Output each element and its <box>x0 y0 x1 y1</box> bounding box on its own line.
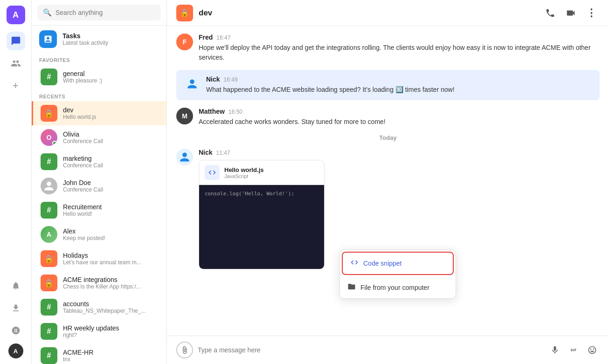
favorites-label: FAVORITES <box>32 53 166 65</box>
attach-button[interactable] <box>176 342 193 358</box>
holidays-name: Holidays <box>63 252 141 259</box>
code-preview: console.log('Hello, World!'); <box>205 191 294 197</box>
olivia-online-dot <box>52 141 57 145</box>
user-small-avatar[interactable]: A <box>8 343 23 358</box>
tasks-icon <box>39 30 57 48</box>
sidebar-item-dev[interactable]: 🔒 dev Hello world.js <box>32 101 166 125</box>
add-icon-btn[interactable]: + <box>7 76 25 95</box>
nick-time-2: 11:47 <box>216 150 230 156</box>
johndoe-name: John Doe <box>63 179 103 186</box>
download-icon-btn[interactable] <box>7 299 25 317</box>
acme-icon: 🔒 <box>41 275 57 291</box>
sports-icon-btn[interactable] <box>7 321 25 340</box>
recruitement-preview: Hello world! <box>63 211 102 217</box>
main-channel-icon: 🔒 <box>176 5 193 21</box>
sidebar-item-acmehr[interactable]: # ACME-HR tnx <box>32 343 166 364</box>
chat-icon-btn[interactable] <box>7 32 25 50</box>
recruitement-icon: # <box>41 202 57 219</box>
sidebar-item-hrweekly[interactable]: # HR weekly updates right? <box>32 319 166 343</box>
general-item-text: general With pleasure :) <box>63 70 102 84</box>
dev-name: dev <box>63 106 96 114</box>
code-snippet-label: Code snippet <box>363 260 402 267</box>
search-input[interactable] <box>55 9 155 16</box>
phone-button[interactable] <box>542 5 559 21</box>
file-icon <box>205 165 220 180</box>
popup-item-file-from-computer[interactable]: File from your computer <box>340 277 456 298</box>
sidebar-item-johndoe[interactable]: John Doe Conference Call <box>32 174 166 198</box>
message-group-matthew: M Matthew 16:50 Accelerated cache works … <box>176 108 600 127</box>
file-type: JavaScript <box>224 173 264 179</box>
message-group-nick1: Nick 16:49 What happened to the ACME web… <box>176 70 600 100</box>
acme-preview: Chess Is the Killer App https:/... <box>63 283 141 290</box>
alex-avatar: A <box>41 226 57 243</box>
sidebar-content: Tasks Latest task activity FAVORITES # g… <box>32 26 166 364</box>
tasks-text: Tasks Latest task activity <box>62 32 108 46</box>
nick-avatar-2 <box>176 149 193 165</box>
dev-icon: 🔒 <box>41 105 57 122</box>
message-group-fred: F Fred 16:47 Hope we'll deploy the API t… <box>176 34 600 62</box>
gif-button[interactable] <box>566 343 581 357</box>
file-card-header: Hello world.js JavaScript <box>199 160 324 185</box>
general-channel-icon: # <box>41 69 57 85</box>
nick-avatar-1 <box>184 76 201 92</box>
fred-msg-header: Fred 16:47 <box>199 34 600 41</box>
nick-msg-text-1: What happened to the ACME website loadin… <box>206 85 592 95</box>
tasks-subtitle: Latest task activity <box>62 40 108 46</box>
popup-item-code-snippet[interactable]: Code snippet <box>342 252 454 275</box>
marketing-icon: # <box>41 153 57 170</box>
fred-msg-body: Fred 16:47 Hope we'll deploy the API tod… <box>199 34 600 62</box>
dev-item-text: dev Hello world.js <box>63 106 96 120</box>
sidebar-item-marketing[interactable]: # marketing Conference Call <box>32 150 166 174</box>
fred-time: 16:47 <box>216 34 230 41</box>
microphone-button[interactable] <box>547 343 562 357</box>
sidebar-item-tasks[interactable]: Tasks Latest task activity <box>32 26 166 53</box>
video-button[interactable] <box>562 5 579 21</box>
johndoe-preview: Conference Call <box>63 186 103 193</box>
main-content: 🔒 dev ⋮ F Fred 16:47 Hope we'll deploy t… <box>167 0 609 364</box>
johndoe-item-text: John Doe Conference Call <box>63 179 103 193</box>
fred-name: Fred <box>199 34 213 41</box>
popup-menu: Code snippet File from your computer <box>339 249 456 299</box>
olivia-avatar: O <box>41 129 57 146</box>
message-input-area <box>167 336 609 364</box>
acmehr-name: ACME-HR <box>63 349 93 356</box>
sidebar-item-general[interactable]: # general With pleasure :) <box>32 65 166 89</box>
accounts-preview: Tableau_NS_Whitepaper_The_... <box>63 308 145 314</box>
marketing-preview: Conference Call <box>63 162 103 169</box>
search-input-wrap[interactable]: 🔍 <box>37 5 161 21</box>
hrweekly-item-text: HR weekly updates right? <box>63 324 119 338</box>
contacts-icon-btn[interactable] <box>7 54 25 73</box>
acmehr-preview: tnx <box>63 356 93 363</box>
fred-msg-text: Hope we'll deploy the API today and get … <box>199 43 600 62</box>
main-header: 🔒 dev ⋮ <box>167 0 609 26</box>
olivia-item-text: Olivia Conference Call <box>63 130 103 144</box>
fred-avatar: F <box>176 34 193 50</box>
acme-name: ACME integrations <box>63 276 141 283</box>
nick-name-1: Nick <box>206 76 220 83</box>
marketing-item-text: marketing Conference Call <box>63 155 103 169</box>
hrweekly-preview: right? <box>63 332 119 338</box>
user-avatar[interactable]: A <box>7 6 25 24</box>
sidebar-item-recruitement[interactable]: # Recruitement Hello world! <box>32 198 166 222</box>
search-icon: 🔍 <box>43 8 52 17</box>
holidays-icon: 🔒 <box>41 250 57 267</box>
file-card[interactable]: Hello world.js JavaScript console.log('H… <box>199 160 325 269</box>
bell-icon-btn[interactable] <box>7 276 25 295</box>
message-input[interactable] <box>198 346 543 354</box>
sidebar-item-acme[interactable]: 🔒 ACME integrations Chess Is the Killer … <box>32 271 166 295</box>
nick-name-2: Nick <box>199 149 213 156</box>
more-options-button[interactable]: ⋮ <box>583 5 600 21</box>
holidays-preview: Let's have our annual team m... <box>63 259 141 266</box>
emoji-button[interactable] <box>585 343 600 357</box>
matthew-time: 16:50 <box>228 109 242 115</box>
sidebar-item-holidays[interactable]: 🔒 Holidays Let's have our annual team m.… <box>32 247 166 271</box>
nick-time-1: 16:49 <box>224 76 238 83</box>
recruitement-item-text: Recruitement Hello world! <box>63 203 102 217</box>
accounts-item-text: accounts Tableau_NS_Whitepaper_The_... <box>63 300 145 314</box>
main-header-left: 🔒 dev <box>176 5 212 21</box>
sidebar-item-olivia[interactable]: O Olivia Conference Call <box>32 125 166 150</box>
acmehr-icon: # <box>41 347 57 364</box>
recruitement-name: Recruitement <box>63 203 102 211</box>
sidebar-item-alex[interactable]: A Alex Keep me posted! <box>32 222 166 247</box>
sidebar-item-accounts[interactable]: # accounts Tableau_NS_Whitepaper_The_... <box>32 295 166 319</box>
